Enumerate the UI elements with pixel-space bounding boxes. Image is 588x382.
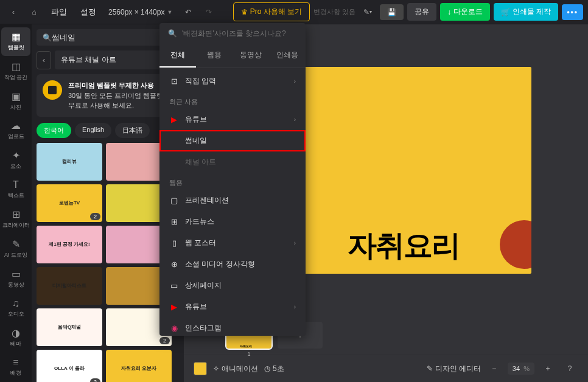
dropdown-item-icon: ▯: [169, 238, 179, 248]
help-icon[interactable]: ?: [561, 360, 578, 377]
rail-item-8[interactable]: ▭동영상: [1, 264, 30, 293]
dropdown-item-icon: ⊕: [169, 260, 179, 269]
save-button[interactable]: 💾: [380, 4, 404, 20]
template-thumb-11[interactable]: 자취요리 오분자: [106, 350, 172, 383]
canvas-size-selector[interactable]: 2560px × 1440px ▼: [105, 5, 176, 19]
left-rail: ▦템플릿◫작업 공간▣사진☁업로드✦요소T텍스트⊞크리에이터✎AI 드로잉▭동영…: [0, 24, 32, 382]
sparkle-icon: ✧: [213, 364, 219, 373]
dropdown-item[interactable]: 채널 아트: [159, 151, 306, 173]
canvas-artwork-badge: [500, 220, 531, 269]
rail-icon: ◑: [12, 327, 20, 339]
lang-chip-日本語[interactable]: 日本語: [115, 123, 150, 138]
top-bar: ‹ ⌂ 파일 설정 2560px × 1440px ▼ ↶ ↷ ♛ Pro 사용…: [0, 0, 588, 24]
rail-item-2[interactable]: ▣사진: [1, 86, 30, 115]
dropdown-item-icon: ▶: [169, 115, 179, 125]
dropdown-tab-3[interactable]: 인쇄용: [269, 44, 306, 68]
zoom-value[interactable]: 34 %: [508, 363, 534, 375]
chevron-down-icon: ▼: [167, 9, 172, 15]
dropdown-item[interactable]: ⊞카드뉴스: [159, 211, 306, 232]
back-icon[interactable]: ‹: [5, 4, 22, 21]
editor-toggle[interactable]: ✎ 디자인 에디터: [427, 364, 481, 374]
premium-text: 프리미엄 템플릿 무제한 사용 30일 동안 모든 프리미엄 템플릿을 무료로 …: [68, 80, 173, 111]
rail-item-11[interactable]: ≡배경: [1, 353, 30, 381]
dropdown-item-icon: ▶: [169, 302, 179, 312]
main-area: ▦템플릿◫작업 공간▣사진☁업로드✦요소T텍스트⊞크리에이터✎AI 드로잉▭동영…: [0, 24, 588, 382]
template-search[interactable]: 🔍: [37, 29, 179, 46]
rail-item-10[interactable]: ◑테마: [1, 324, 30, 352]
canvas-size-label: 2560px × 1440px: [108, 8, 164, 16]
lang-chip-한국어[interactable]: 한국어: [37, 123, 71, 138]
save-icon: 💾: [387, 8, 396, 16]
premium-banner[interactable]: 프리미엄 템플릿 무제한 사용 30일 동안 모든 프리미엄 템플릿을 무료로 …: [37, 74, 179, 117]
top-left-group: ‹ ⌂ 파일 설정 2560px × 1440px ▼ ↶ ↷: [5, 4, 217, 21]
ruler-icon: ⊡: [169, 77, 179, 86]
template-thumb-4[interactable]: 제1편 공정 가세요!: [37, 226, 102, 263]
rail-icon: ✦: [12, 150, 20, 161]
dropdown-search[interactable]: 🔍: [159, 23, 306, 44]
dropdown-item[interactable]: ▶유튜브›: [159, 109, 306, 130]
template-thumb-8[interactable]: 음악Q채널: [37, 308, 102, 346]
dropdown-item[interactable]: ◉인스타그램: [159, 318, 306, 336]
color-swatch[interactable]: [194, 362, 207, 375]
chevron-right-icon: ›: [294, 78, 296, 85]
category-label: 유튜브 채널 아트: [61, 55, 116, 65]
edit-mode-icon[interactable]: ✎▾: [359, 4, 376, 21]
template-grid: 캘리뷰로벤는TV2제1편 공정 가세요!2디지털아티스트2음악Q채널2OLLA …: [37, 143, 179, 383]
undo-icon[interactable]: ↶: [180, 4, 197, 21]
dropdown-direct-input[interactable]: ⊡ 직접 입력 ›: [159, 71, 306, 92]
share-button[interactable]: 공유: [407, 3, 436, 21]
dropdown-item-icon: ◉: [169, 324, 179, 333]
rail-item-1[interactable]: ◫작업 공간: [1, 57, 30, 86]
pro-button[interactable]: ♛ Pro 사용해 보기: [233, 2, 310, 21]
rail-item-5[interactable]: T텍스트: [1, 175, 30, 204]
template-thumb-10[interactable]: OLLA 이 올라2: [37, 350, 102, 383]
dropdown-item-icon: ▭: [169, 281, 179, 291]
settings-menu[interactable]: 설정: [75, 4, 101, 20]
dropdown-item[interactable]: 썸네일: [159, 130, 306, 151]
duration-button[interactable]: ◷ 5초: [264, 364, 284, 374]
rail-item-4[interactable]: ✦요소: [1, 146, 30, 175]
lang-chip-English[interactable]: English: [75, 123, 111, 138]
pencil-icon: ✎: [427, 364, 433, 373]
download-button[interactable]: ↓ 다운로드: [440, 3, 490, 21]
rail-item-9[interactable]: ♫오디오: [1, 294, 30, 322]
category-back-button[interactable]: ‹: [37, 51, 51, 69]
rail-icon: ▭: [12, 268, 21, 280]
dropdown-list: ⊡ 직접 입력 › 최근 사용 ▶유튜브›썸네일채널 아트 웹용 ▢프레젠테이션…: [159, 68, 306, 336]
save-status: 변경사항 있음: [313, 7, 355, 16]
zoom-out-button[interactable]: −: [486, 360, 503, 377]
dropdown-item[interactable]: ▯웹 포스터›: [159, 232, 306, 254]
download-icon: ↓: [447, 8, 451, 16]
more-button[interactable]: •••: [562, 4, 583, 20]
rail-item-0[interactable]: ▦템플릿: [1, 27, 30, 56]
dropdown-item[interactable]: ▭상세페이지: [159, 275, 306, 296]
home-icon[interactable]: ⌂: [26, 4, 43, 21]
dropdown-item-icon: ⊞: [169, 217, 179, 227]
size-dropdown: 🔍 전체웹용동영상인쇄용 ⊡ 직접 입력 › 최근 사용 ▶유튜브›썸네일채널 …: [159, 23, 306, 336]
dropdown-tabs: 전체웹용동영상인쇄용: [159, 44, 306, 68]
dropdown-tab-2[interactable]: 동영상: [233, 44, 269, 68]
rail-item-7[interactable]: ✎AI 드로잉: [1, 235, 30, 263]
template-search-input[interactable]: [52, 33, 173, 42]
dropdown-tab-1[interactable]: 웹용: [196, 44, 233, 68]
animation-button[interactable]: ✧ 애니메이션: [213, 364, 258, 374]
template-thumb-2[interactable]: 로벤는TV2: [37, 184, 102, 222]
zoom-in-button[interactable]: +: [539, 360, 556, 377]
rail-icon: ▣: [12, 91, 21, 102]
dropdown-item[interactable]: ⊕소셜 미디어 정사각형: [159, 254, 306, 275]
template-thumb-0[interactable]: 캘리뷰: [37, 143, 102, 181]
dropdown-item[interactable]: ▶유튜브›: [159, 296, 306, 318]
dropdown-item[interactable]: ▢프레젠테이션: [159, 190, 306, 211]
search-icon: 🔍: [168, 29, 177, 38]
rail-item-6[interactable]: ⊞크리에이터: [1, 205, 30, 234]
cart-icon: 🛒: [501, 8, 510, 16]
file-menu[interactable]: 파일: [46, 4, 72, 20]
template-thumb-6[interactable]: 디지털아티스트: [37, 267, 102, 305]
dropdown-tab-0[interactable]: 전체: [159, 44, 196, 68]
rail-icon: ♫: [12, 298, 19, 309]
search-icon: 🔍: [43, 33, 52, 42]
dropdown-search-input[interactable]: [182, 29, 297, 38]
redo-icon[interactable]: ↷: [200, 4, 217, 21]
print-button[interactable]: 🛒 인쇄물 제작: [494, 3, 558, 21]
rail-item-3[interactable]: ☁업로드: [1, 116, 30, 145]
